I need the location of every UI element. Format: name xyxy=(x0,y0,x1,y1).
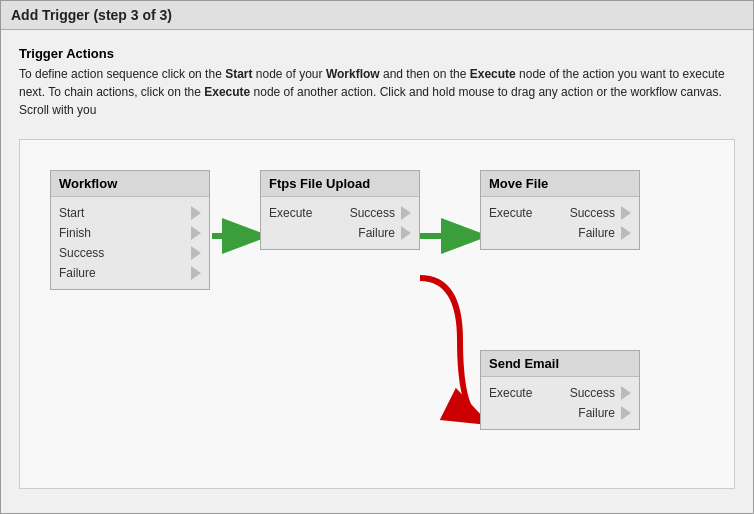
workflow-canvas[interactable]: Workflow Start Finish Success xyxy=(19,139,735,489)
node-ftps-body: Execute Success Failure xyxy=(261,197,419,249)
node-workflow-body: Start Finish Success Failure xyxy=(51,197,209,289)
description: To define action sequence click on the S… xyxy=(19,65,735,119)
failure-connector[interactable] xyxy=(191,266,201,280)
node-sendemail-body: Execute Success Failure xyxy=(481,377,639,429)
node-sendemail-header: Send Email xyxy=(481,351,639,377)
start-connector[interactable] xyxy=(191,206,201,220)
sendemail-failure-connector[interactable] xyxy=(621,406,631,420)
main-window: Add Trigger (step 3 of 3) Trigger Action… xyxy=(0,0,754,514)
node-ftps: Ftps File Upload Execute Success Failure xyxy=(260,170,420,250)
workflow-row-success: Success xyxy=(59,243,201,263)
node-movefile-body: Execute Success Failure xyxy=(481,197,639,249)
sendemail-success-connector[interactable] xyxy=(621,386,631,400)
node-workflow-header: Workflow xyxy=(51,171,209,197)
node-sendemail: Send Email Execute Success Failure xyxy=(480,350,640,430)
movefile-row-execute-success: Execute Success xyxy=(489,203,631,223)
node-workflow: Workflow Start Finish Success xyxy=(50,170,210,290)
section-title: Trigger Actions xyxy=(19,46,735,61)
finish-connector[interactable] xyxy=(191,226,201,240)
workflow-row-finish: Finish xyxy=(59,223,201,243)
node-ftps-header: Ftps File Upload xyxy=(261,171,419,197)
success-connector[interactable] xyxy=(191,246,201,260)
title-bar: Add Trigger (step 3 of 3) xyxy=(1,1,753,30)
movefile-success-connector[interactable] xyxy=(621,206,631,220)
movefile-row-failure: Failure xyxy=(489,223,631,243)
node-movefile-header: Move File xyxy=(481,171,639,197)
sendemail-row-failure: Failure xyxy=(489,403,631,423)
ftps-failure-connector[interactable] xyxy=(401,226,411,240)
ftps-success-connector[interactable] xyxy=(401,206,411,220)
window-title: Add Trigger (step 3 of 3) xyxy=(11,7,172,23)
workflow-row-failure: Failure xyxy=(59,263,201,283)
ftps-row-execute-success: Execute Success xyxy=(269,203,411,223)
workflow-row-start: Start xyxy=(59,203,201,223)
sendemail-row-execute-success: Execute Success xyxy=(489,383,631,403)
movefile-failure-connector[interactable] xyxy=(621,226,631,240)
ftps-row-failure: Failure xyxy=(269,223,411,243)
node-movefile: Move File Execute Success Failure xyxy=(480,170,640,250)
content-area: Trigger Actions To define action sequenc… xyxy=(1,30,753,513)
